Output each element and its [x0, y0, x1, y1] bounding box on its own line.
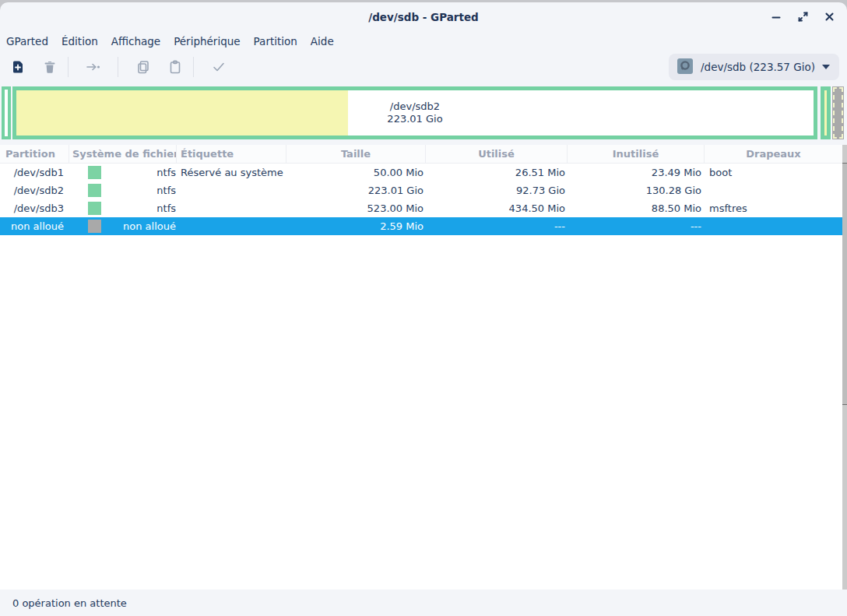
close-button[interactable] — [821, 9, 838, 26]
cell-flags — [705, 181, 842, 199]
cell-unused: 130.28 Gio — [568, 181, 705, 199]
cell-flags — [705, 217, 842, 235]
toolbar: /dev/sdb (223.57 Gio) — [0, 51, 847, 83]
cell-label — [177, 199, 286, 217]
clipboard-icon — [167, 59, 183, 75]
pending-operations-text: 0 opération en attente — [12, 597, 127, 609]
partition-segment-label: /dev/sdb2 223.01 Gio — [16, 90, 814, 136]
toolbar-button-resize-move[interactable] — [77, 54, 109, 80]
hard-drive-icon — [677, 58, 694, 77]
toolbar-button-apply[interactable] — [202, 54, 234, 80]
column-header-size[interactable]: Taille — [286, 145, 426, 163]
menu-item-périphérique[interactable]: Périphérique — [174, 33, 240, 49]
scrollbar-thumb[interactable] — [842, 163, 847, 405]
cell-used: 92.73 Gio — [426, 181, 568, 199]
menu-item-gparted[interactable]: GParted — [6, 33, 48, 49]
cell-unused: --- — [568, 217, 705, 235]
table-row[interactable]: /dev/sdb2 ntfs 223.01 Gio 92.73 Gio 130.… — [0, 181, 842, 199]
toolbar-separator — [118, 57, 118, 77]
cell-size: 2.59 Mio — [286, 217, 426, 235]
menu-item-affichage[interactable]: Affichage — [111, 33, 160, 49]
column-header-filesystem[interactable]: Système de fichiers — [69, 145, 177, 163]
maximize-button[interactable] — [794, 9, 811, 26]
filesystem-color-swatch — [88, 220, 101, 233]
copy-icon — [135, 59, 151, 75]
document-plus-icon — [10, 59, 26, 75]
cell-used: --- — [426, 217, 568, 235]
menu-item-partition[interactable]: Partition — [254, 33, 297, 49]
cell-partition: non alloué — [0, 217, 69, 235]
partition-visual-bar: /dev/sdb2 223.01 Gio — [0, 83, 847, 145]
window-controls — [768, 2, 838, 31]
table-row[interactable]: /dev/sdb3 ntfs 523.00 Mio 434.50 Mio 88.… — [0, 199, 842, 217]
cell-partition: /dev/sdb1 — [0, 164, 69, 181]
toolbar-button-paste[interactable] — [159, 54, 191, 80]
toolbar-separator — [68, 57, 69, 77]
cell-label — [177, 181, 286, 199]
column-header-used[interactable]: Utilisé — [426, 145, 568, 163]
check-icon — [211, 59, 227, 75]
toolbar-button-new[interactable] — [2, 54, 33, 80]
toolbar-button-copy[interactable] — [127, 54, 159, 80]
cell-label — [177, 217, 286, 235]
vertical-scrollbar[interactable] — [842, 145, 847, 590]
menubar: GParted Édition Affichage Périphérique P… — [0, 31, 847, 51]
cell-partition: /dev/sdb2 — [0, 181, 69, 199]
partition-segment-sdb3[interactable] — [821, 86, 831, 139]
cell-unused: 88.50 Mio — [568, 199, 705, 217]
cell-size: 223.01 Gio — [286, 181, 426, 199]
cell-used: 26.51 Mio — [426, 164, 568, 181]
arrow-right-dot-icon — [85, 59, 102, 75]
cell-used: 434.50 Mio — [426, 199, 568, 217]
column-header-unused[interactable]: Inutilisé — [568, 145, 705, 163]
cell-unused: 23.49 Mio — [568, 164, 705, 181]
cell-filesystem: ntfs — [69, 164, 177, 181]
minimize-button[interactable] — [768, 9, 785, 26]
table-header: Partition Système de fichiers Étiquette … — [0, 145, 842, 164]
partition-segment-unallocated[interactable] — [832, 86, 844, 139]
cell-size: 50.00 Mio — [286, 164, 426, 181]
column-header-label[interactable]: Étiquette — [177, 145, 286, 163]
cell-filesystem: non alloué — [69, 217, 177, 235]
titlebar: /dev/sdb - GParted — [0, 2, 847, 31]
cell-flags: boot — [705, 164, 842, 181]
table-empty-area — [0, 235, 842, 590]
table-row[interactable]: /dev/sdb1 ntfs Réservé au système 50.00 … — [0, 164, 842, 181]
partition-table: /dev/sdb1 ntfs Réservé au système 50.00 … — [0, 164, 847, 235]
partition-segment-sdb2[interactable]: /dev/sdb2 223.01 Gio — [12, 86, 817, 139]
filesystem-color-swatch — [88, 202, 101, 215]
toolbar-separator — [193, 57, 194, 77]
cell-filesystem: ntfs — [69, 199, 177, 217]
toolbar-button-delete[interactable] — [33, 54, 65, 80]
chevron-down-icon — [822, 65, 830, 69]
statusbar: 0 opération en attente — [0, 590, 847, 616]
menu-item-aide[interactable]: Aide — [311, 33, 334, 49]
cell-label: Réservé au système — [177, 164, 286, 181]
trash-icon — [42, 59, 58, 75]
cell-partition: /dev/sdb3 — [0, 199, 69, 217]
window-title: /dev/sdb - GParted — [368, 11, 479, 23]
device-selector[interactable]: /dev/sdb (223.57 Gio) — [669, 54, 839, 80]
cell-flags: msftres — [705, 199, 842, 217]
filesystem-color-swatch — [88, 166, 101, 179]
menu-item-édition[interactable]: Édition — [62, 33, 98, 49]
column-header-partition[interactable]: Partition — [0, 145, 69, 163]
partition-segment-sdb1[interactable] — [2, 86, 11, 139]
column-header-flags[interactable]: Drapeaux — [705, 145, 842, 163]
cell-filesystem: ntfs — [69, 181, 177, 199]
cell-size: 523.00 Mio — [286, 199, 426, 217]
gparted-window: /dev/sdb - GParted GParted Édition A — [0, 2, 847, 616]
filesystem-color-swatch — [88, 184, 101, 197]
device-selector-label: /dev/sdb (223.57 Gio) — [701, 61, 815, 73]
table-row[interactable]: non alloué non alloué 2.59 Mio --- --- — [0, 217, 842, 235]
